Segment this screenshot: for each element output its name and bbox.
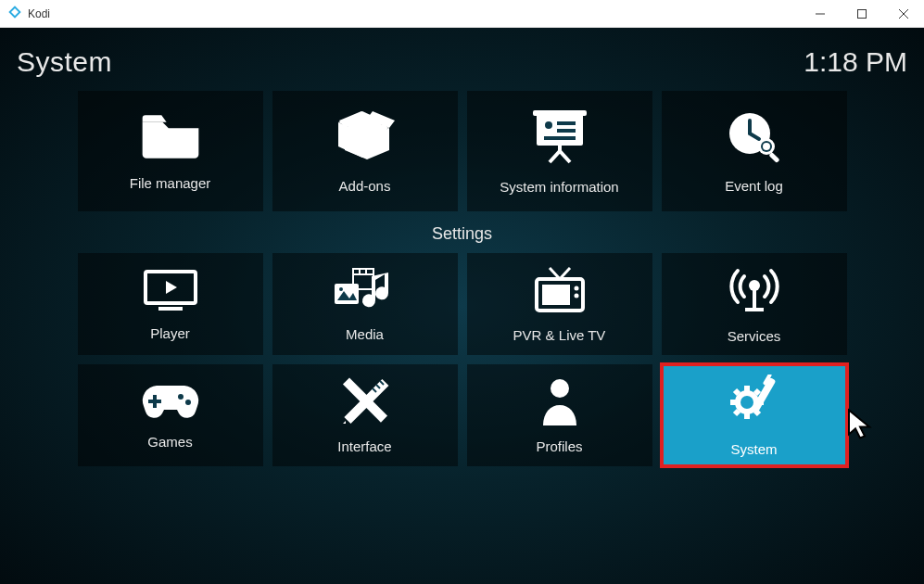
svg-rect-43 — [753, 289, 756, 308]
maximize-button[interactable] — [841, 0, 882, 28]
cursor-icon — [847, 408, 875, 443]
svg-rect-20 — [544, 136, 576, 140]
svg-point-55 — [551, 379, 569, 398]
tile-label: Profiles — [536, 438, 582, 454]
tile-games[interactable]: Games — [78, 364, 263, 466]
svg-rect-18 — [557, 121, 576, 125]
svg-point-24 — [763, 143, 770, 150]
svg-line-63 — [735, 411, 739, 414]
media-icon — [335, 267, 396, 317]
tile-label: System — [730, 441, 777, 457]
clock: 1:18 PM — [804, 46, 907, 78]
window-titlebar: Kodi — [0, 0, 924, 28]
svg-marker-51 — [343, 421, 346, 424]
tile-event-log[interactable]: Event log — [662, 91, 847, 211]
svg-point-31 — [339, 287, 343, 291]
svg-point-47 — [178, 394, 184, 400]
svg-line-64 — [755, 390, 759, 394]
tile-profiles[interactable]: Profiles — [467, 364, 652, 466]
tile-label: PVR & Live TV — [513, 327, 606, 343]
presentation-icon — [533, 108, 587, 168]
tile-addons[interactable]: Add-ons — [272, 91, 458, 211]
open-box-icon — [333, 109, 396, 167]
tile-label: Event log — [725, 178, 783, 194]
settings-row-2: Games Interface Profiles System — [17, 364, 907, 466]
minimize-button[interactable] — [799, 0, 841, 28]
svg-rect-15 — [533, 110, 587, 116]
tile-label: Interface — [337, 438, 391, 454]
svg-point-38 — [574, 286, 578, 290]
tile-label: Add-ons — [339, 178, 391, 194]
tile-label: File manager — [130, 175, 211, 191]
svg-point-39 — [574, 293, 578, 298]
svg-rect-1 — [857, 9, 866, 18]
tile-services[interactable]: Services — [662, 253, 847, 355]
gear-tool-icon — [725, 375, 784, 432]
window-controls — [799, 0, 924, 28]
tile-system[interactable]: System — [662, 364, 847, 466]
close-button[interactable] — [882, 0, 924, 28]
tile-pvr-live-tv[interactable]: PVR & Live TV — [467, 253, 652, 355]
gamepad-icon — [140, 382, 201, 425]
tile-label: Player — [150, 325, 190, 341]
tile-system-information[interactable]: System information — [467, 91, 652, 211]
tile-player[interactable]: Player — [78, 253, 263, 355]
top-tiles-row: File manager Add-ons System information … — [17, 91, 907, 211]
settings-row-1: Player Media PVR & Live TV Services — [17, 253, 907, 355]
kodi-app-icon — [7, 5, 22, 23]
svg-rect-46 — [148, 400, 161, 403]
tile-label: Media — [346, 326, 384, 342]
section-label-settings: Settings — [17, 224, 907, 244]
kodi-app-body: System 1:18 PM File manager Add-ons Syst… — [0, 28, 924, 584]
svg-rect-28 — [158, 307, 183, 311]
tile-interface[interactable]: Interface — [272, 364, 458, 466]
tv-icon — [533, 266, 587, 318]
tile-label: System information — [500, 179, 618, 195]
svg-rect-29 — [335, 284, 359, 304]
tile-label: Services — [728, 328, 781, 344]
folder-icon — [138, 112, 203, 164]
svg-rect-19 — [557, 129, 576, 133]
svg-line-61 — [735, 390, 739, 394]
top-bar: System 1:18 PM — [17, 46, 907, 78]
svg-rect-37 — [542, 285, 570, 305]
play-monitor-icon — [142, 268, 199, 316]
tile-media[interactable]: Media — [272, 253, 458, 355]
person-icon — [541, 377, 578, 429]
broadcast-icon — [729, 265, 779, 319]
clock-search-icon — [726, 109, 783, 167]
svg-point-48 — [185, 400, 191, 405]
svg-marker-27 — [166, 281, 177, 294]
pencil-ruler-icon — [341, 377, 389, 429]
svg-rect-44 — [745, 308, 764, 311]
window-title: Kodi — [28, 7, 799, 20]
tile-label: Games — [147, 434, 192, 450]
page-title: System — [17, 46, 112, 78]
svg-point-17 — [545, 121, 552, 129]
tile-file-manager[interactable]: File manager — [78, 91, 263, 211]
svg-rect-25 — [768, 152, 779, 163]
